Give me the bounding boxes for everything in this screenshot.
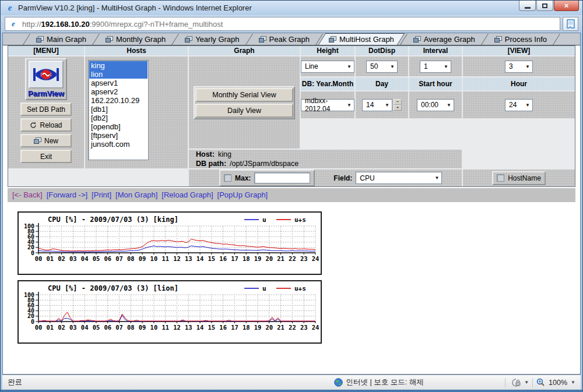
- interval-select[interactable]: 3 ▼: [505, 61, 533, 73]
- host-list-item[interactable]: [opendb]: [89, 122, 147, 131]
- url-input[interactable]: e http://192.168.10.20:9900/mrepx.cgi?-n…: [5, 17, 560, 31]
- svg-text:23: 23: [300, 324, 308, 331]
- host-list-item[interactable]: [db1]: [89, 105, 147, 114]
- maximize-icon: [542, 3, 547, 8]
- hostname-label: HostName: [508, 174, 541, 182]
- day-increment-button[interactable]: +: [394, 105, 402, 111]
- field-label: Field:: [333, 174, 352, 182]
- header-interval: Interval: [409, 46, 462, 55]
- reload-button[interactable]: Reload: [20, 118, 72, 132]
- monthly-serial-view-button[interactable]: Monthly Serial View: [195, 88, 293, 102]
- tab-process-info[interactable]: Process Info: [489, 33, 552, 45]
- tab-yearly-graph[interactable]: Yearly Graph: [180, 33, 244, 45]
- tab-main-graph[interactable]: Main Graph: [31, 33, 92, 45]
- svg-text:24: 24: [312, 255, 319, 262]
- svg-text:13: 13: [185, 324, 192, 331]
- svg-text:18: 18: [243, 255, 250, 262]
- window-cascade-icon: [36, 36, 44, 43]
- hostname-checkbox[interactable]: [497, 174, 504, 182]
- db-month-select[interactable]: mdbxx-2012.04 ▼: [301, 99, 354, 111]
- parmview-logo-button[interactable]: [29, 61, 64, 89]
- tab-peak-graph[interactable]: Peak Graph: [254, 33, 315, 45]
- chevron-down-icon[interactable]: ▼: [571, 380, 575, 385]
- daily-view-button[interactable]: Daily View: [195, 104, 293, 118]
- hosts-column: king lion apserv1 apserv2 162.220.10.29 …: [85, 56, 188, 168]
- host-list-item[interactable]: [db2]: [89, 114, 147, 122]
- window-cascade-icon: [413, 36, 421, 43]
- new-button[interactable]: New: [20, 134, 72, 147]
- db-month-cell: mdbxx-2012.04 ▼: [301, 91, 354, 118]
- host-list-item[interactable]: 162.220.10.29: [89, 96, 147, 105]
- minimize-button[interactable]: [519, 1, 536, 11]
- svg-text:14: 14: [196, 255, 204, 262]
- parmview-logo-label[interactable]: ParmView: [28, 89, 64, 98]
- forward-link[interactable]: [Forward ->]: [47, 190, 87, 199]
- interval-cell: 3 ▼: [463, 56, 575, 76]
- tab-average-graph[interactable]: Average Graph: [408, 33, 480, 45]
- max-box: Max:: [219, 169, 315, 186]
- svg-text:100: 100: [24, 292, 34, 298]
- chevron-down-icon[interactable]: ▼: [524, 380, 529, 385]
- globe-icon: [334, 378, 343, 387]
- start-hour-select[interactable]: 00:00 ▼: [417, 99, 454, 111]
- security-report-icon[interactable]: [511, 379, 521, 387]
- host-list-item[interactable]: [ftpserv]: [89, 131, 147, 140]
- compatibility-view-button[interactable]: [563, 17, 578, 31]
- svg-text:19: 19: [254, 324, 262, 331]
- svg-text:19: 19: [254, 255, 262, 262]
- svg-text:13: 13: [185, 255, 192, 262]
- minimize-icon: [525, 7, 531, 9]
- height-select[interactable]: 50 ▼: [366, 61, 398, 73]
- hour-select[interactable]: 24 ▼: [505, 99, 533, 111]
- zoom-level[interactable]: 100%: [549, 379, 567, 387]
- cpu-chart-lion: 0204060801000001020304050607080910111213…: [17, 280, 322, 344]
- menu-column: ParmView Set DB Path Reload New: [8, 56, 84, 168]
- chevron-down-icon: ▼: [347, 64, 352, 69]
- tab-multihost-graph[interactable]: MultiHost Graph: [324, 33, 399, 45]
- svg-text:06: 06: [104, 324, 111, 331]
- max-input[interactable]: [254, 172, 310, 183]
- cpu-chart-king: 0204060801000001020304050607080910111213…: [17, 211, 322, 275]
- tab-monthly-graph[interactable]: Monthly Graph: [100, 33, 171, 45]
- mon-graph-link[interactable]: [Mon Graph]: [115, 190, 157, 199]
- svg-text:10: 10: [150, 255, 158, 262]
- url-text: http://192.168.10.20:9900/mrepx.cgi?-nTH…: [22, 20, 223, 29]
- chevron-down-icon: ▼: [444, 64, 448, 69]
- parmview-logo-box: ParmView: [25, 58, 67, 100]
- field-select[interactable]: CPU ▼: [356, 172, 442, 184]
- svg-text:03: 03: [69, 255, 77, 262]
- host-list-item[interactable]: apserv2: [89, 87, 147, 96]
- maximize-button[interactable]: [536, 1, 553, 11]
- max-checkbox[interactable]: [224, 174, 231, 182]
- back-link[interactable]: [<- Back]: [12, 190, 43, 199]
- reload-graph-link[interactable]: [Reload Graph]: [161, 190, 213, 199]
- popup-graph-link[interactable]: [PopUp Graph]: [217, 190, 268, 199]
- svg-text:04: 04: [81, 255, 89, 262]
- svg-text:09: 09: [139, 324, 146, 331]
- svg-text:12: 12: [173, 324, 181, 331]
- title-bar: e ParmView V10.2 [king] - MultiHost Grap…: [1, 1, 582, 15]
- close-button[interactable]: ×: [554, 1, 579, 11]
- tab-bar: Main Graph Monthly Graph Yearly Graph Pe…: [3, 33, 580, 45]
- control-panel: [MENU] Hosts Graph Height DotDisp Interv…: [8, 45, 575, 187]
- view-button-box: Monthly Serial View Daily View: [194, 86, 295, 119]
- host-list-item[interactable]: king: [89, 61, 147, 70]
- svg-text:20: 20: [266, 255, 273, 262]
- host-list-item[interactable]: apserv1: [89, 79, 147, 87]
- exit-button[interactable]: Exit: [20, 150, 72, 163]
- svg-text:16: 16: [219, 324, 227, 331]
- host-list-item[interactable]: junsoft.com: [89, 140, 147, 149]
- set-db-path-button[interactable]: Set DB Path: [20, 103, 72, 116]
- host-list[interactable]: king lion apserv1 apserv2 162.220.10.29 …: [88, 60, 149, 160]
- host-list-item[interactable]: lion: [89, 70, 147, 79]
- print-link[interactable]: [Print]: [92, 190, 111, 199]
- day-decrement-button[interactable]: −: [394, 99, 402, 105]
- svg-text:08: 08: [127, 324, 135, 331]
- svg-text:05: 05: [93, 255, 100, 262]
- svg-text:01: 01: [46, 324, 54, 331]
- svg-text:08: 08: [127, 255, 135, 262]
- svg-text:17: 17: [231, 324, 238, 331]
- day-select[interactable]: 14 ▼: [362, 99, 392, 111]
- dotdisp-select[interactable]: 1 ▼: [420, 61, 451, 73]
- graph-type-select[interactable]: Line ▼: [301, 61, 354, 73]
